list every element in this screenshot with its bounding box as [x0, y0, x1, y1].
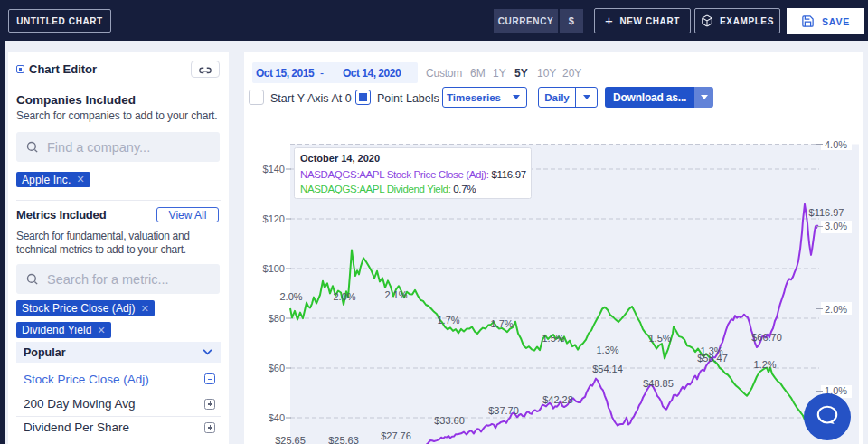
- svg-text:$58.47: $58.47: [697, 353, 728, 364]
- svg-text:$80: $80: [269, 313, 285, 324]
- svg-text:NASDAQGS:AAPL Dividend Yield:: NASDAQGS:AAPL Dividend Yield: 0.7%: [300, 184, 476, 194]
- svg-text:4.0%: 4.0%: [825, 139, 847, 150]
- svg-text:$37.70: $37.70: [488, 405, 519, 416]
- svg-text:1.5%: 1.5%: [542, 333, 564, 344]
- svg-text:$25.65: $25.65: [275, 435, 306, 444]
- svg-text:$27.76: $27.76: [381, 430, 411, 441]
- svg-text:$66.70: $66.70: [751, 332, 782, 343]
- svg-text:3.0%: 3.0%: [825, 221, 847, 231]
- svg-text:2.0%: 2.0%: [825, 304, 847, 315]
- svg-text:$116.97: $116.97: [809, 207, 844, 218]
- svg-text:$33.60: $33.60: [434, 415, 465, 426]
- svg-text:1.2%: 1.2%: [753, 359, 776, 370]
- svg-text:$140: $140: [263, 164, 285, 175]
- svg-text:1.7%: 1.7%: [437, 315, 459, 326]
- svg-text:$120: $120: [263, 213, 285, 224]
- svg-text:October 14, 2020: October 14, 2020: [300, 153, 380, 164]
- svg-text:1.5%: 1.5%: [648, 333, 671, 344]
- svg-text:$100: $100: [263, 263, 285, 274]
- svg-text:1.7%: 1.7%: [490, 318, 513, 329]
- svg-text:$42.28: $42.28: [542, 394, 573, 405]
- svg-text:$60: $60: [269, 363, 285, 373]
- svg-text:2.0%: 2.0%: [333, 291, 355, 302]
- svg-text:$48.85: $48.85: [643, 378, 674, 389]
- svg-text:$40: $40: [269, 412, 285, 423]
- svg-text:2.0%: 2.0%: [279, 291, 302, 302]
- svg-text:$25.63: $25.63: [328, 435, 359, 444]
- svg-text:NASDAQGS:AAPL Stock Price Clos: NASDAQGS:AAPL Stock Price Close (Adj): $…: [300, 169, 526, 180]
- svg-text:1.3%: 1.3%: [596, 345, 618, 355]
- svg-text:2.1%: 2.1%: [384, 289, 407, 300]
- svg-text:$54.14: $54.14: [592, 364, 623, 374]
